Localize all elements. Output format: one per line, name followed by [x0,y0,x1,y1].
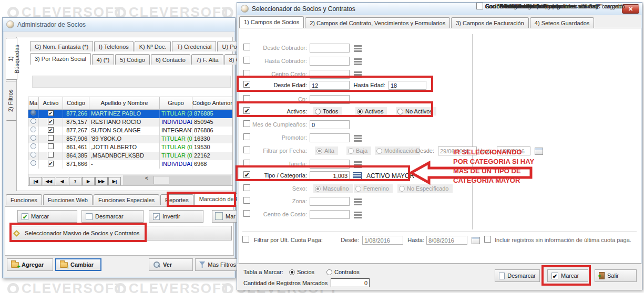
marcar-button[interactable]: ✔Marcar [17,210,77,223]
dialog-tab[interactable]: 3) Campos de Facturación [451,17,529,28]
row-activo-cell[interactable] [39,143,63,152]
row-marca-radio[interactable] [30,110,36,116]
row-marca-cell[interactable] [28,152,39,160]
salir-button[interactable]: Salir [595,269,637,282]
side-tab-filtros[interactable]: 2) Filtros [6,81,17,121]
function-tab[interactable]: Funciones [6,194,42,205]
row-activo-cell[interactable]: ✔ [39,110,63,118]
promotor-input[interactable] [310,133,350,142]
sexo-radio-femenino[interactable]: Femenino [354,184,393,193]
activos-radio-activos[interactable]: Activos [355,107,387,116]
table-h-scrollbar[interactable] [123,175,231,185]
record-nav-button[interactable]: ◀ [56,177,68,186]
calendar-icon[interactable] [472,237,480,244]
table-row[interactable]: ✔ 877,267 SUTON SOLANGE INTEGRANT 876886 [28,127,232,135]
row-activo-checkbox[interactable]: ✔ [48,119,54,124]
row-activo-cell[interactable]: ✔ [39,160,63,169]
ult-cuota-checkbox[interactable] [242,236,249,243]
desde-cobrador-list-icon[interactable] [354,45,362,52]
tabla-radio-socios[interactable]: Socios [288,268,318,276]
row-marca-radio[interactable] [30,135,36,141]
search-tab[interactable]: G) Nom. Fantasía (*) [30,41,93,51]
record-nav-button[interactable]: |◀ [29,177,42,186]
tipo-categoria-input[interactable] [310,171,350,180]
column-header-marca[interactable]: Ma [28,97,39,110]
function-tab[interactable]: Funciones Web [43,194,93,205]
search-tab[interactable]: T) Credencial [172,41,216,51]
calendar-icon[interactable] [535,148,543,155]
row-marca-cell[interactable] [28,118,39,127]
activos-radio-noactivos[interactable]: No Activos [396,107,436,116]
row-activo-checkbox[interactable]: ✔ [48,161,54,166]
ult-cuota-desde-input[interactable] [362,236,403,245]
desde-edad-input[interactable] [310,81,350,90]
row-marca-radio[interactable] [30,118,36,124]
dialog-desmarcar-button[interactable]: Desmarcar [495,269,540,282]
column-header-codigo-anterior[interactable]: Código Anterior [192,97,232,110]
record-nav-button[interactable]: ▶▶ [95,177,108,186]
tarjeta-list-icon[interactable] [354,161,362,168]
record-nav-button[interactable]: ◀◀ [43,177,55,186]
row-activo-checkbox[interactable] [48,152,54,158]
search-value-band[interactable] [32,76,231,88]
side-tab-busquedas[interactable]: 1) Búsquedas [6,38,17,80]
column-header-apellido[interactable]: Apellido y Nombre [89,97,160,110]
row-marca-cell[interactable] [28,143,39,152]
mas-filtros-button[interactable]: Mas Filtros [195,258,240,271]
cantidad-input[interactable] [331,278,370,287]
record-nav-button[interactable]: ▶ [82,177,95,186]
dialog-tab[interactable]: 1) Campos de Socios [239,16,304,28]
centro-costo-list-icon[interactable] [354,71,362,78]
row-activo-checkbox[interactable] [48,135,54,141]
invertir-button[interactable]: ✔Invertir [149,210,203,223]
row-marca-cell[interactable] [28,110,39,118]
dialog-marcar-button[interactable]: ✔Marcar [547,269,588,282]
search-tab[interactable]: K) Nº Doc. [135,41,171,51]
row-marca-radio[interactable] [30,143,36,149]
table-row[interactable]: ✔ 877,266 MARTINEZ PABLO TITULAR (3) 876… [28,110,232,118]
filter-checkbox[interactable] [476,3,483,9]
activos-radio-todos[interactable]: Todos [313,107,342,116]
centro-costo-input[interactable] [310,70,350,79]
function-tab[interactable]: Funciones Especiales [94,194,159,205]
row-marca-cell[interactable] [28,127,39,135]
function-tab[interactable]: Reportes [160,194,193,205]
fecha-radio-alta[interactable]: Alta [315,146,338,155]
row-activo-cell[interactable] [39,152,63,160]
ult-cuota-hasta-input[interactable] [426,236,467,245]
promotor-list-icon[interactable] [354,135,362,142]
row-activo-cell[interactable]: ✔ [39,118,63,127]
row-activo-cell[interactable]: ✔ [39,127,63,135]
search-tab[interactable]: 4) (*) [92,54,114,65]
column-header-grupo[interactable]: Grupo [160,97,192,110]
cambiar-button[interactable]: ↓Cambiar [55,258,101,271]
search-tab[interactable]: 3) Por Razón Social [30,53,91,65]
column-header-activo[interactable]: Activo [39,97,63,110]
table-row[interactable]: ✔ 875,157 RESTIANO ROCIO INDIVIDUAL 8509… [28,118,232,127]
ver-button[interactable]: Ver [149,258,193,271]
row-activo-cell[interactable] [39,135,63,143]
table-row[interactable]: 857,906 '89 Y8OK.O TITULAR (0) 16330 [28,135,232,143]
row-marca-cell[interactable] [28,135,39,143]
column-header-codigo[interactable]: Código [63,97,89,110]
table-row[interactable]: 861,461 ,JOTTI ALBERTO TITULAR (0) 19530 [28,143,232,152]
row-activo-checkbox[interactable]: ✔ [48,110,54,116]
tabla-radio-contratos[interactable]: Contratos [325,268,363,276]
row-marca-radio[interactable] [30,160,36,166]
scroll-left-arrow[interactable]: < [145,175,148,181]
row-marca-radio[interactable] [30,152,36,158]
mes-cumpleanos-input[interactable] [310,120,350,129]
table-row[interactable]: 864,385 ,MSADNBCFLKSBD TITULAR (0) 22162 [28,152,232,160]
cp-input[interactable] [310,95,350,104]
centro-de-costo-list-icon[interactable] [354,212,362,218]
search-tab[interactable]: 6) Contacto [151,54,190,65]
hasta-edad-input[interactable] [389,81,426,90]
scroll-thumb[interactable] [154,176,169,184]
search-tab[interactable]: 5) Código [115,54,150,65]
row-activo-checkbox[interactable]: ✔ [48,127,54,133]
record-nav-button[interactable]: ? [69,177,81,186]
incluir-registros-checkbox[interactable] [484,236,491,243]
tipo-categoria-list-icon[interactable] [353,172,362,180]
seleccionador-masivo-button[interactable]: Seleccionador Masivo de Socios y Contrat… [10,226,232,240]
hasta-cobrador-list-icon[interactable] [354,58,362,65]
